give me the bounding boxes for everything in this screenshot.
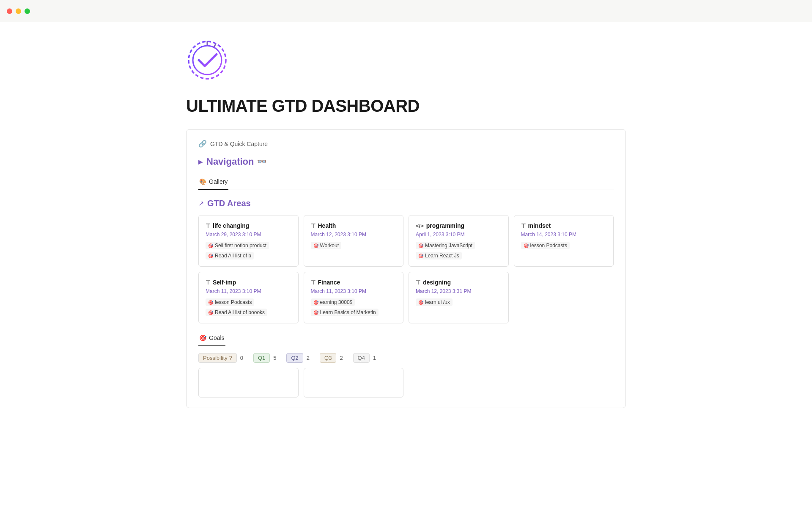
area-card-title-2: </>programming [416, 222, 502, 229]
tag-6-0[interactable]: 🎯learn ui /ux [416, 298, 453, 306]
area-card-2[interactable]: </>programmingApril 1, 2023 3:10 PM🎯Mast… [409, 215, 509, 267]
goal-card-1[interactable] [198, 368, 299, 398]
filter-count-possibility: 0 [240, 355, 243, 361]
gtd-areas-arrow-icon: ↗ [198, 199, 204, 207]
goals-icon: 🎯 [199, 334, 206, 341]
area-card-title-4: ⊤Self-imp [206, 279, 291, 286]
area-card-date-4: March 11, 2023 3:10 PM [206, 288, 291, 294]
tag-1-0[interactable]: 🎯Workout [311, 242, 341, 249]
area-icon-4: ⊤ [206, 279, 210, 286]
tag-5-1[interactable]: 🎯Learn Basics of Marketin [311, 309, 379, 316]
tag-5-0[interactable]: 🎯earning 3000$ [311, 298, 355, 306]
area-card-date-0: March 29, 2023 3:10 PM [206, 232, 291, 237]
minimize-button[interactable] [16, 8, 21, 14]
filter-count-q3: 2 [340, 355, 343, 361]
svg-point-0 [189, 41, 226, 79]
tag-text-4-1: Read All list of boooks [215, 309, 265, 315]
area-card-title-6: ⊤designing [416, 279, 502, 286]
tag-text-6-0: learn ui /ux [425, 299, 450, 305]
area-card-name-3: mindset [528, 222, 551, 229]
close-button[interactable] [7, 8, 12, 14]
quick-capture-link[interactable]: 🔗 GTD & Quick Capture [198, 140, 614, 148]
filter-group-q2: Q22 [286, 353, 310, 363]
filter-count-q1: 5 [273, 355, 276, 361]
area-card-6[interactable]: ⊤designingMarch 12, 2023 3:31 PM🎯learn u… [409, 272, 509, 323]
goals-cards-row [198, 368, 614, 398]
area-card-tags-5: 🎯earning 3000$🎯Learn Basics of Marketin [311, 298, 397, 316]
tag-text-1-0: Workout [320, 243, 339, 248]
tag-text-2-0: Mastering JavaScript [425, 243, 472, 248]
tag-icon-2-1: 🎯 [418, 254, 423, 258]
svg-point-1 [193, 46, 222, 75]
area-card-tags-4: 🎯lesson Podcasts🎯Read All list of boooks [206, 298, 291, 316]
area-icon-1: ⊤ [311, 223, 315, 229]
gallery-label: Gallery [209, 178, 228, 185]
area-card-name-5: Finance [318, 279, 340, 286]
filter-badge-q4[interactable]: Q4 [353, 353, 370, 363]
tag-4-0[interactable]: 🎯lesson Podcasts [206, 298, 254, 306]
goals-tab-bar: 🎯 Goals [198, 332, 614, 346]
area-icon-2: </> [416, 223, 424, 229]
area-card-1[interactable]: ⊤HealthMarch 12, 2023 3:10 PM🎯Workout [304, 215, 404, 267]
filter-badge-q1[interactable]: Q1 [253, 353, 270, 363]
area-card-4[interactable]: ⊤Self-impMarch 11, 2023 3:10 PM🎯lesson P… [198, 272, 299, 323]
tag-text-5-1: Learn Basics of Marketin [320, 309, 376, 315]
tag-icon-1-0: 🎯 [313, 243, 318, 248]
tag-0-1[interactable]: 🎯Read All list of b [206, 252, 254, 260]
tag-text-5-0: earning 3000$ [320, 299, 353, 305]
title-bar [0, 0, 812, 22]
area-card-date-5: March 11, 2023 3:10 PM [311, 288, 397, 294]
tag-4-1[interactable]: 🎯Read All list of boooks [206, 309, 267, 316]
area-card-date-6: March 12, 2023 3:31 PM [416, 288, 502, 294]
area-icon-5: ⊤ [311, 279, 315, 286]
area-card-title-3: ⊤mindset [521, 222, 607, 229]
navigation-toggle[interactable]: ▶ Navigation 👓 [198, 156, 614, 167]
filter-badge-q2[interactable]: Q2 [286, 353, 303, 363]
tag-2-1[interactable]: 🎯Learn React Js [416, 252, 462, 260]
filter-badge-q3[interactable]: Q3 [320, 353, 336, 363]
gallery-icon: 🎨 [199, 178, 206, 185]
tag-icon-0-0: 🎯 [208, 243, 213, 248]
filter-group-q1: Q15 [253, 353, 277, 363]
filter-group-possibility: Possibility ?0 [198, 353, 243, 363]
area-card-date-3: March 14, 2023 3:10 PM [521, 232, 607, 237]
tag-text-0-1: Read All list of b [215, 253, 251, 259]
page-title: ULTIMATE GTD DASHBOARD [186, 97, 626, 116]
cards-grid: ⊤life changingMarch 29, 2023 3:10 PM🎯Sel… [198, 215, 614, 323]
tag-icon-2-0: 🎯 [418, 243, 423, 248]
tag-icon-4-1: 🎯 [208, 310, 213, 315]
gtd-areas-title: GTD Areas [207, 199, 251, 208]
tag-icon-6-0: 🎯 [418, 300, 423, 305]
goal-card-2[interactable] [304, 368, 404, 398]
tag-icon-5-0: 🎯 [313, 300, 318, 305]
filter-badge-possibility[interactable]: Possibility ? [198, 353, 237, 363]
tag-icon-3-0: 🎯 [524, 243, 529, 248]
tag-icon-5-1: 🎯 [313, 310, 318, 315]
tag-3-0[interactable]: 🎯lesson Podcasts [521, 242, 570, 249]
filter-group-q4: Q41 [353, 353, 376, 363]
area-card-5[interactable]: ⊤FinanceMarch 11, 2023 3:10 PM🎯earning 3… [304, 272, 404, 323]
maximize-button[interactable] [25, 8, 30, 14]
navigation-label: Navigation [206, 156, 254, 167]
svg-line-3 [214, 44, 216, 47]
tag-2-0[interactable]: 🎯Mastering JavaScript [416, 242, 475, 249]
area-icon-0: ⊤ [206, 223, 210, 229]
area-card-title-1: ⊤Health [311, 222, 397, 229]
link-icon: 🔗 [198, 140, 207, 148]
tab-bar: 🎨 Gallery [198, 176, 614, 190]
main-card: 🔗 GTD & Quick Capture ▶ Navigation 👓 🎨 G… [186, 129, 626, 408]
logo-icon [186, 39, 228, 81]
tag-text-4-0: lesson Podcasts [215, 299, 252, 305]
tag-0-0[interactable]: 🎯Sell first notion product [206, 242, 269, 249]
tag-text-3-0: lesson Podcasts [530, 243, 567, 248]
area-card-title-5: ⊤Finance [311, 279, 397, 286]
goals-tab[interactable]: 🎯 Goals [198, 332, 225, 346]
filter-group-q3: Q32 [320, 353, 343, 363]
area-card-0[interactable]: ⊤life changingMarch 29, 2023 3:10 PM🎯Sel… [198, 215, 299, 267]
nav-emoji: 👓 [257, 157, 266, 166]
tag-text-2-1: Learn React Js [425, 253, 459, 259]
area-card-name-0: life changing [213, 222, 249, 229]
area-card-3[interactable]: ⊤mindsetMarch 14, 2023 3:10 PM🎯lesson Po… [514, 215, 614, 267]
tag-text-0-0: Sell first notion product [215, 243, 266, 248]
gallery-tab[interactable]: 🎨 Gallery [198, 176, 228, 190]
